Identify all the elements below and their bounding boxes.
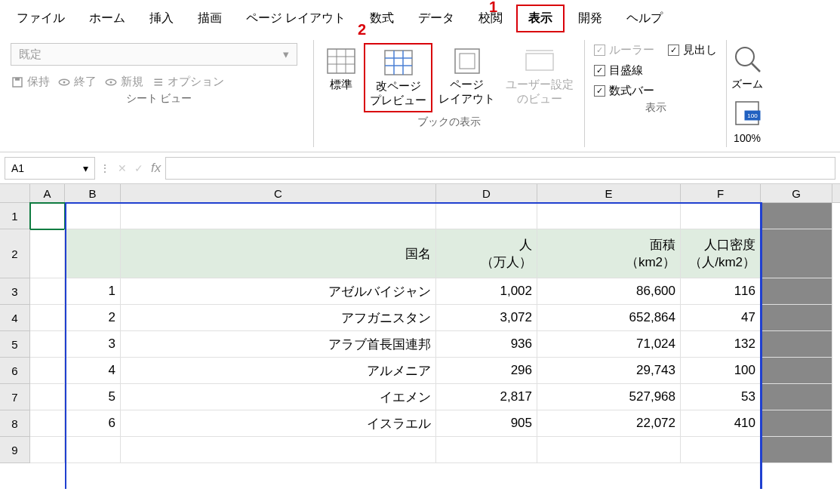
cell-G5[interactable] xyxy=(761,331,832,358)
sheet-view-dropdown[interactable]: 既定 ▾ xyxy=(11,43,297,66)
cell-E2[interactable]: 面積 （km2） xyxy=(537,229,681,278)
cell-C8[interactable]: イスラエル xyxy=(121,410,436,437)
zoom-100-button[interactable]: 100 100% xyxy=(731,97,763,144)
col-header-C[interactable]: C xyxy=(121,184,436,202)
cell-D1[interactable] xyxy=(436,203,537,229)
cb-ruler[interactable]: ✓ルーラー xyxy=(594,43,654,57)
cb-formula-bar[interactable]: ✓数式バー xyxy=(594,84,717,98)
cell-F9[interactable] xyxy=(681,437,761,463)
cb-gridlines[interactable]: ✓目盛線 xyxy=(594,63,717,78)
select-all-button[interactable] xyxy=(0,184,30,202)
cell-A6[interactable] xyxy=(30,358,65,384)
cell-C7[interactable]: イエメン xyxy=(121,384,436,410)
cell-A9[interactable] xyxy=(30,437,65,463)
accept-icon[interactable]: ✓ xyxy=(134,162,143,174)
cell-A4[interactable] xyxy=(30,305,65,331)
cell-B6[interactable]: 4 xyxy=(65,358,121,384)
cell-D8[interactable]: 905 xyxy=(436,410,537,437)
col-header-G[interactable]: G xyxy=(761,184,832,202)
menu-view[interactable]: 表示 xyxy=(516,5,565,32)
cell-B4[interactable]: 2 xyxy=(65,305,121,331)
zoom-button[interactable]: ズーム xyxy=(731,43,763,91)
row-header-2[interactable]: 2 xyxy=(0,229,30,278)
menu-developer[interactable]: 開発 xyxy=(568,6,613,31)
more-icon[interactable]: ⋮ xyxy=(100,162,110,174)
row-header-8[interactable]: 8 xyxy=(0,410,30,437)
cell-C9[interactable] xyxy=(121,437,436,463)
cell-C2[interactable]: 国名 xyxy=(121,229,436,278)
cell-B8[interactable]: 6 xyxy=(65,410,121,437)
bv-custom-views-button[interactable]: ユーザー設定 のビュー xyxy=(501,43,578,109)
cell-B1[interactable] xyxy=(65,203,121,229)
cell-E6[interactable]: 29,743 xyxy=(537,358,681,384)
cell-C4[interactable]: アフガニスタン xyxy=(121,305,436,331)
cell-G1[interactable] xyxy=(761,203,832,229)
sv-exit-button[interactable]: 終了 xyxy=(57,75,97,89)
row-header-3[interactable]: 3 xyxy=(0,278,30,305)
cell-C3[interactable]: アゼルバイジャン xyxy=(121,278,436,305)
cell-E7[interactable]: 527,968 xyxy=(537,384,681,410)
cell-G7[interactable] xyxy=(761,384,832,410)
cell-B2[interactable] xyxy=(65,229,121,278)
cell-B7[interactable]: 5 xyxy=(65,384,121,410)
row-header-1[interactable]: 1 xyxy=(0,203,30,229)
bv-page-layout-button[interactable]: ページ レイアウト xyxy=(434,43,500,109)
cell-B9[interactable] xyxy=(65,437,121,463)
cell-F2[interactable]: 人口密度 （人/km2） xyxy=(681,229,761,278)
menu-file[interactable]: ファイル xyxy=(6,6,75,31)
cell-A8[interactable] xyxy=(30,410,65,437)
bv-page-break-button[interactable]: 改ページ プレビュー xyxy=(364,43,432,112)
row-header-4[interactable]: 4 xyxy=(0,305,30,331)
cell-A3[interactable] xyxy=(30,278,65,305)
cell-F6[interactable]: 100 xyxy=(681,358,761,384)
cell-E4[interactable]: 652,864 xyxy=(537,305,681,331)
cancel-icon[interactable]: ✕ xyxy=(118,162,127,174)
cell-F3[interactable]: 116 xyxy=(681,278,761,305)
col-header-B[interactable]: B xyxy=(65,184,121,202)
cell-G3[interactable] xyxy=(761,278,832,305)
cell-E8[interactable]: 22,072 xyxy=(537,410,681,437)
cell-A5[interactable] xyxy=(30,331,65,358)
bv-normal-button[interactable]: 標準 xyxy=(320,43,362,95)
cell-F5[interactable]: 132 xyxy=(681,331,761,358)
cell-D4[interactable]: 3,072 xyxy=(436,305,537,331)
cell-F7[interactable]: 53 xyxy=(681,384,761,410)
col-header-A[interactable]: A xyxy=(30,184,65,202)
col-header-D[interactable]: D xyxy=(436,184,537,202)
menu-help[interactable]: ヘルプ xyxy=(616,6,673,31)
cell-B3[interactable]: 1 xyxy=(65,278,121,305)
sv-new-button[interactable]: 新規 xyxy=(104,75,143,89)
cell-D7[interactable]: 2,817 xyxy=(436,384,537,410)
row-header-9[interactable]: 9 xyxy=(0,437,30,463)
cell-C5[interactable]: アラブ首長国連邦 xyxy=(121,331,436,358)
cell-F4[interactable]: 47 xyxy=(681,305,761,331)
cell-E3[interactable]: 86,600 xyxy=(537,278,681,305)
col-header-F[interactable]: F xyxy=(681,184,761,202)
sv-keep-button[interactable]: 保持 xyxy=(11,75,50,89)
cell-D2[interactable]: 人 （万人） xyxy=(436,229,537,278)
fx-button[interactable]: fx xyxy=(151,161,161,176)
cell-D9[interactable] xyxy=(436,437,537,463)
menu-draw[interactable]: 描画 xyxy=(187,6,232,31)
cell-A1[interactable] xyxy=(30,203,65,229)
row-header-5[interactable]: 5 xyxy=(0,331,30,358)
menu-data[interactable]: データ xyxy=(408,6,465,31)
cell-E9[interactable] xyxy=(537,437,681,463)
menu-insert[interactable]: 挿入 xyxy=(139,6,184,31)
cell-G8[interactable] xyxy=(761,410,832,437)
menu-home[interactable]: ホーム xyxy=(78,6,136,31)
cell-B5[interactable]: 3 xyxy=(65,331,121,358)
menu-page-layout[interactable]: ページ レイアウト xyxy=(235,6,356,31)
cell-A2[interactable] xyxy=(30,229,65,278)
sv-options-button[interactable]: オプション xyxy=(151,75,224,89)
cell-D6[interactable]: 296 xyxy=(436,358,537,384)
cell-G2[interactable] xyxy=(761,229,832,278)
cell-F1[interactable] xyxy=(681,203,761,229)
menu-formulas[interactable]: 数式 xyxy=(359,6,405,31)
cell-D5[interactable]: 936 xyxy=(436,331,537,358)
row-header-6[interactable]: 6 xyxy=(0,358,30,384)
cell-G4[interactable] xyxy=(761,305,832,331)
row-header-7[interactable]: 7 xyxy=(0,384,30,410)
name-box[interactable]: A1 ▾ xyxy=(5,157,95,180)
cell-D3[interactable]: 1,002 xyxy=(436,278,537,305)
